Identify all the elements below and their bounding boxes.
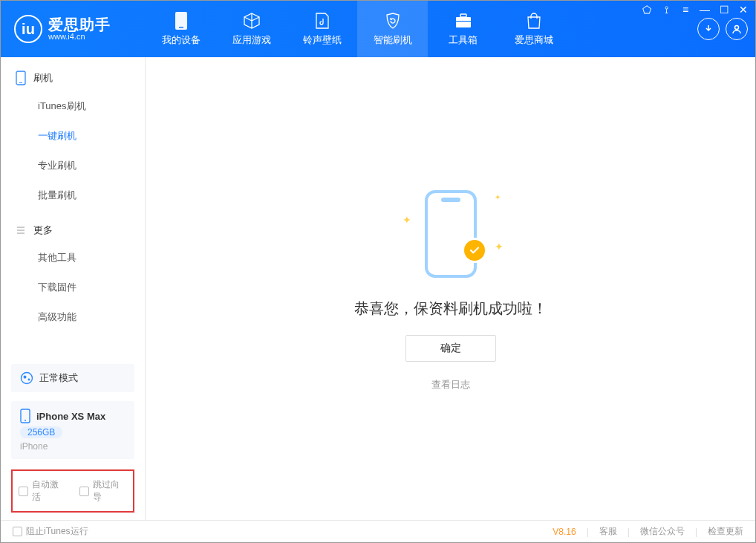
success-illustration: ✦ ✦ ✦ bbox=[395, 186, 506, 282]
footer-link-wechat[interactable]: 微信公众号 bbox=[640, 525, 685, 538]
downloads-button[interactable] bbox=[697, 18, 720, 40]
mode-icon bbox=[20, 371, 33, 385]
logo-icon: iu bbox=[14, 15, 42, 43]
device-name: iPhone XS Max bbox=[36, 411, 105, 422]
shield-refresh-icon bbox=[383, 11, 403, 30]
shirt-icon[interactable]: ⬠ bbox=[641, 4, 653, 16]
svg-rect-7 bbox=[19, 82, 22, 83]
close-button[interactable]: ✕ bbox=[737, 4, 749, 16]
menu-icon[interactable]: ≡ bbox=[680, 4, 691, 16]
sidebar-item-other-tools[interactable]: 其他工具 bbox=[1, 243, 145, 273]
check-auto-activate[interactable]: 自动激活 bbox=[19, 478, 66, 504]
svg-rect-3 bbox=[460, 14, 466, 17]
phone-outline-icon bbox=[425, 190, 477, 278]
maximize-button[interactable]: ☐ bbox=[718, 4, 730, 16]
svg-point-12 bbox=[25, 420, 26, 421]
user-button[interactable] bbox=[726, 18, 748, 40]
tab-label: 爱思商城 bbox=[515, 33, 553, 47]
check-block-itunes[interactable]: 阻止iTunes运行 bbox=[13, 525, 88, 538]
tab-label: 智能刷机 bbox=[374, 33, 412, 47]
bag-icon bbox=[524, 11, 544, 30]
footer-link-support[interactable]: 客服 bbox=[599, 525, 617, 538]
checkbox-icon bbox=[19, 487, 28, 496]
sidebar-item-advanced[interactable]: 高级功能 bbox=[1, 302, 145, 332]
svg-point-8 bbox=[22, 373, 33, 384]
phone-icon bbox=[172, 11, 191, 30]
svg-rect-2 bbox=[456, 17, 471, 27]
device-mode-panel[interactable]: 正常模式 bbox=[11, 364, 134, 392]
app-url: www.i4.cn bbox=[48, 32, 111, 41]
mode-label: 正常模式 bbox=[39, 371, 78, 385]
music-file-icon bbox=[313, 11, 332, 30]
header-tabs: 我的设备 应用游戏 铃声壁纸 智能刷机 工具箱 爱思商城 bbox=[146, 1, 569, 57]
tab-label: 工具箱 bbox=[449, 33, 478, 47]
tab-label: 应用游戏 bbox=[232, 33, 271, 47]
sidebar-item-pro-flash[interactable]: 专业刷机 bbox=[1, 151, 145, 181]
section-title: 刷机 bbox=[33, 71, 53, 85]
footer-link-update[interactable]: 检查更新 bbox=[708, 525, 743, 538]
section-title: 更多 bbox=[33, 224, 53, 237]
phone-outline-icon bbox=[16, 71, 26, 85]
sidebar-section-more: 更多 bbox=[1, 210, 145, 243]
svg-rect-4 bbox=[456, 21, 471, 22]
check-label: 跳过向导 bbox=[93, 478, 127, 504]
lock-icon[interactable]: ⟟ bbox=[660, 4, 672, 16]
sidebar: 刷机 iTunes刷机 一键刷机 专业刷机 批量刷机 更多 其他工具 下载固件 … bbox=[1, 57, 146, 520]
tab-smart-flash[interactable]: 智能刷机 bbox=[357, 1, 428, 57]
tab-my-device[interactable]: 我的设备 bbox=[146, 1, 216, 57]
header: iu 爱思助手 www.i4.cn 我的设备 应用游戏 铃声壁纸 智能刷机 工具… bbox=[1, 1, 755, 57]
sparkle-icon: ✦ bbox=[495, 193, 501, 201]
checkbox-icon bbox=[79, 487, 89, 496]
view-log-link[interactable]: 查看日志 bbox=[431, 378, 470, 391]
briefcase-icon bbox=[454, 11, 473, 30]
storage-badge: 256GB bbox=[20, 426, 62, 438]
check-label: 阻止iTunes运行 bbox=[26, 525, 88, 538]
highlighted-options: 自动激活 跳过向导 bbox=[11, 469, 134, 513]
logo[interactable]: iu 爱思助手 www.i4.cn bbox=[1, 1, 146, 57]
svg-rect-1 bbox=[179, 27, 183, 28]
device-type: iPhone bbox=[20, 441, 48, 452]
window-controls: ⬠ ⟟ ≡ — ☐ ✕ bbox=[641, 4, 749, 16]
sidebar-item-oneclick-flash[interactable]: 一键刷机 bbox=[1, 121, 145, 151]
success-message: 恭喜您，保资料刷机成功啦！ bbox=[354, 299, 547, 319]
list-icon bbox=[16, 225, 26, 235]
sidebar-item-batch-flash[interactable]: 批量刷机 bbox=[1, 181, 145, 210]
cube-icon bbox=[242, 11, 261, 30]
check-label: 自动激活 bbox=[32, 478, 66, 504]
device-icon bbox=[20, 409, 30, 423]
sparkle-icon: ✦ bbox=[495, 241, 504, 253]
sidebar-item-itunes-flash[interactable]: iTunes刷机 bbox=[1, 91, 145, 121]
sidebar-section-flash: 刷机 bbox=[1, 57, 145, 91]
version-label: V8.16 bbox=[553, 527, 576, 537]
minimize-button[interactable]: — bbox=[699, 4, 711, 16]
svg-point-5 bbox=[735, 26, 739, 30]
tab-apps-games[interactable]: 应用游戏 bbox=[216, 1, 287, 57]
sidebar-item-download-fw[interactable]: 下载固件 bbox=[1, 273, 145, 302]
check-badge-icon bbox=[462, 238, 487, 263]
tab-label: 我的设备 bbox=[162, 33, 201, 47]
footer: 阻止iTunes运行 V8.16 | 客服 | 微信公众号 | 检查更新 bbox=[1, 520, 755, 542]
tab-ring-wall[interactable]: 铃声壁纸 bbox=[287, 1, 357, 57]
checkbox-icon bbox=[13, 527, 22, 536]
tab-store[interactable]: 爱思商城 bbox=[498, 1, 569, 57]
check-skip-guide[interactable]: 跳过向导 bbox=[79, 478, 127, 504]
svg-point-10 bbox=[28, 379, 30, 381]
tab-label: 铃声壁纸 bbox=[303, 33, 342, 47]
app-name: 爱思助手 bbox=[48, 17, 111, 32]
ok-button[interactable]: 确定 bbox=[405, 335, 496, 362]
tab-toolbox[interactable]: 工具箱 bbox=[428, 1, 498, 57]
device-panel[interactable]: iPhone XS Max 256GB iPhone bbox=[11, 401, 134, 459]
svg-point-9 bbox=[24, 376, 27, 379]
sparkle-icon: ✦ bbox=[403, 214, 411, 226]
main-content: ✦ ✦ ✦ 恭喜您，保资料刷机成功啦！ 确定 查看日志 bbox=[146, 57, 755, 520]
